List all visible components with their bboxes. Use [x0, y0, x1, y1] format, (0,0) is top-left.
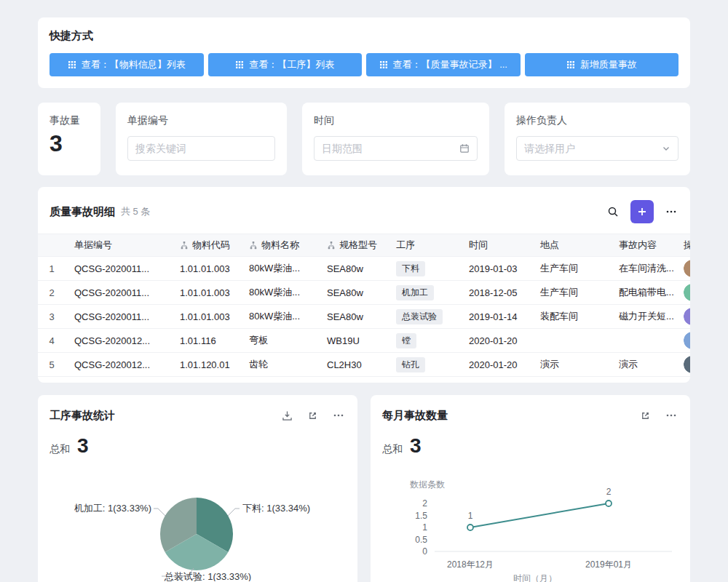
quality-accident-table: 单据编号 物料代码 物料名称 规格型号 工序 时间 地点 事故内容 操作 1 Q… — [38, 234, 690, 377]
cell-doc-number: QCSG-2020012... — [66, 329, 171, 353]
more-button[interactable] — [664, 408, 678, 423]
process-tag: 钻孔 — [396, 357, 425, 372]
cell-index: 2 — [38, 281, 66, 305]
view-quality-accident-records-button[interactable]: 查看：【质量事故记录】 ... — [366, 53, 521, 76]
line-card-actions — [638, 408, 678, 423]
table-row[interactable]: 5 QCSG-2020012... 1.01.120.01 齿轮 CL2H30 … — [38, 353, 690, 377]
search-icon — [607, 206, 619, 218]
cell-spec-model: CL2H30 — [318, 353, 387, 377]
pie-chart: 下料: 1(33.34%) 机加工: 1(33.33%) 总装试验: 1(33.… — [50, 472, 345, 581]
cell-process: 镗 — [387, 329, 460, 353]
operator-select-input[interactable] — [524, 143, 656, 154]
dashboard-page: 快捷方式 查看：【物料信息】列表 查看：【工序】列表 查看：【质量事故记录】 .… — [0, 0, 728, 582]
expand-button[interactable] — [638, 409, 652, 423]
doc-number-search-input[interactable] — [135, 143, 267, 154]
add-record-button[interactable] — [630, 200, 654, 223]
external-link-icon — [640, 410, 651, 421]
avatar — [684, 308, 690, 325]
operator-select[interactable] — [516, 136, 678, 161]
cell-process: 钻孔 — [387, 353, 460, 377]
cell-material-code: 1.01.116 — [171, 329, 240, 353]
view-material-info-list-button[interactable]: 查看：【物料信息】列表 — [50, 53, 204, 76]
add-quality-accident-button[interactable]: 新增质量事故 — [525, 53, 679, 76]
shortcuts-title: 快捷方式 — [50, 29, 678, 43]
button-label: 新增质量事故 — [580, 58, 637, 71]
cell-doc-number: QCSG-2020012... — [66, 353, 171, 377]
avatar — [684, 284, 690, 301]
cell-time: 2019-01-14 — [460, 305, 531, 329]
data-point-dec2018[interactable] — [467, 525, 473, 530]
pie-label-line — [154, 509, 165, 516]
table-header-row: 单据编号 物料代码 物料名称 规格型号 工序 时间 地点 事故内容 操作 — [38, 234, 690, 257]
cell-process: 总装试验 — [387, 305, 460, 329]
col-spec-model: 规格型号 — [318, 234, 387, 257]
x-axis-label: 时间（月） — [513, 573, 557, 582]
line-card-header: 每月事故数量 — [382, 408, 678, 423]
grid-icon — [235, 60, 244, 69]
line-total-row: 总和 3 — [382, 434, 678, 461]
process-tag: 镗 — [396, 333, 416, 348]
table-row[interactable]: 1 QCSG-2020011... 1.01.01.003 80kW柴油... … — [38, 257, 690, 281]
cell-doc-number: QCSG-2020011... — [66, 257, 171, 281]
col-content: 事故内容 — [610, 234, 681, 257]
cell-time: 2019-01-03 — [460, 257, 531, 281]
cell-doc-number: QCSG-2020011... — [66, 281, 171, 305]
data-point-jan2019[interactable] — [606, 501, 612, 506]
col-place: 地点 — [531, 234, 610, 257]
external-link-icon — [307, 410, 318, 421]
download-button[interactable] — [280, 409, 294, 423]
y-axis-label: 数据条数 — [410, 479, 445, 490]
calendar-icon — [459, 143, 470, 154]
data-line — [470, 503, 609, 527]
col-material-name: 物料名称 — [240, 234, 318, 257]
time-filter-card: 时间 — [302, 103, 489, 175]
cell-process: 机加工 — [387, 281, 460, 305]
table-row[interactable]: 3 QCSG-2020011... 1.01.01.003 80kW柴油... … — [38, 305, 690, 329]
button-label: 查看：【物料信息】列表 — [82, 58, 186, 71]
date-range-input[interactable] — [322, 143, 454, 154]
col-operator: 操作 — [681, 234, 690, 257]
avatar — [684, 332, 690, 349]
y-tick: 0.5 — [415, 535, 427, 545]
pie-label-line — [228, 509, 240, 516]
cell-operator — [681, 353, 690, 377]
monthly-accident-count-card: 每月事故数量 总和 3 数据条数 2 1.5 1 0.5 — [371, 395, 690, 582]
more-actions-button[interactable] — [664, 204, 678, 219]
cell-content: 在车间清洗... — [610, 257, 681, 281]
date-range-input-box — [314, 136, 478, 161]
charts-row: 工序事故统计 总和 3 — [38, 395, 690, 582]
ellipsis-icon — [665, 206, 677, 218]
data-label: 2 — [606, 487, 612, 497]
operator-label: 操作负责人 — [516, 114, 678, 127]
more-button[interactable] — [331, 408, 346, 423]
y-tick: 1.5 — [415, 511, 427, 521]
search-button[interactable] — [606, 204, 620, 219]
x-tick-jan2019: 2019年01月 — [585, 559, 632, 570]
filter-row: 事故量 3 单据编号 时间 操作负责人 — [38, 103, 690, 175]
table-card-header: 质量事故明细 共 5 条 — [38, 200, 690, 223]
cell-material-name: 80kW柴油... — [240, 281, 318, 305]
doc-number-label: 单据编号 — [127, 114, 275, 127]
cell-spec-model: SEA80w — [318, 257, 387, 281]
cell-material-name: 80kW柴油... — [240, 305, 318, 329]
table-row[interactable]: 2 QCSG-2020011... 1.01.01.003 80kW柴油... … — [38, 281, 690, 305]
cell-time: 2018-12-05 — [460, 281, 531, 305]
hierarchy-icon — [180, 241, 189, 250]
expand-button[interactable] — [306, 409, 320, 423]
accident-count-card: 事故量 3 — [38, 103, 100, 175]
table-row[interactable]: 4 QCSG-2020012... 1.01.116 弯板 WB19U 镗 20… — [38, 329, 690, 353]
cell-spec-model: WB19U — [318, 329, 387, 353]
process-tag: 机加工 — [396, 285, 434, 300]
cell-content: 磁力开关短... — [610, 305, 681, 329]
cell-place: 演示 — [531, 353, 610, 377]
cell-process: 下料 — [387, 257, 460, 281]
process-tag: 总装试验 — [396, 309, 443, 324]
pie-chart-title: 工序事故统计 — [50, 409, 115, 423]
y-tick: 0 — [422, 546, 427, 557]
cell-material-name: 弯板 — [240, 329, 318, 353]
button-label: 查看：【质量事故记录】 ... — [393, 58, 507, 71]
cell-doc-number: QCSG-2020011... — [66, 305, 171, 329]
cell-time: 2020-01-20 — [460, 329, 531, 353]
col-time: 时间 — [460, 234, 531, 257]
view-process-list-button[interactable]: 查看：【工序】列表 — [208, 53, 363, 76]
